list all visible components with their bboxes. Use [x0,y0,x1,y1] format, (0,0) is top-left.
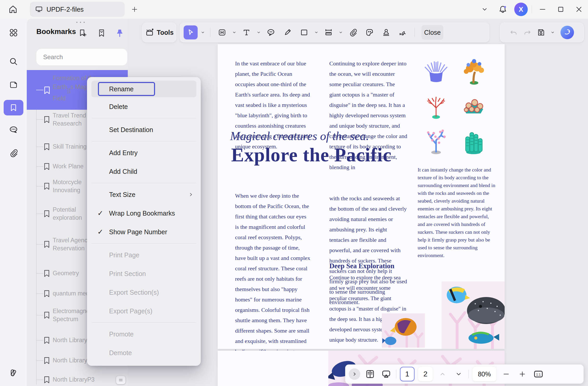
undo-button[interactable] [510,28,518,37]
bookmark-item[interactable]: Work Plane [36,162,83,170]
previous-page-button[interactable] [436,368,449,380]
comment-tool-button[interactable] [264,25,278,39]
zoom-in-button[interactable] [516,368,529,380]
collapse-toolbar-button[interactable] [476,0,494,19]
plus-icon [131,6,138,13]
zoom-level-button[interactable]: 80% [472,367,496,381]
sidebar-item-comments[interactable] [4,122,23,137]
tools-menu-button[interactable]: Tools [142,23,176,42]
account-button[interactable]: X [512,0,530,19]
submenu-chevron-right-icon [188,192,193,197]
shape-tool-button[interactable] [297,25,311,39]
menu-item-add-entry[interactable]: Add Entry [87,143,201,162]
menu-item-delete[interactable]: Delete [87,97,201,116]
zoom-out-button[interactable] [500,368,512,380]
menu-item-show-page-number[interactable]: ✓ Show Page Number [87,223,201,241]
new-tab-button[interactable] [130,5,139,14]
text-tool-button[interactable] [239,25,253,39]
page-number-fraction: 1619 [67,88,70,94]
text-icon [242,28,251,37]
document-title: Explore the Pacific [231,144,392,166]
page-button-1[interactable]: 1 [400,367,415,381]
bookmark-item-icon [44,86,50,94]
bookmark-item[interactable]: North Library [36,356,87,364]
page-layout-button[interactable] [364,368,376,380]
bookmark-item[interactable]: Skill Training [36,143,86,151]
highlight-tool-button[interactable] [215,25,229,39]
close-label: Close [424,29,441,36]
menu-item-demote: Demote [87,343,201,362]
close-window-button[interactable] [570,0,588,19]
bookmark-item[interactable]: ElectromagneticSpectrum [36,307,96,323]
save-button[interactable] [537,28,545,37]
tree-coral-image [457,56,490,86]
bookmark-item[interactable]: MotorcycleInnovating [36,178,82,194]
menu-item-add-child[interactable]: Add Child [87,162,201,181]
menu-item-text-size[interactable]: Text Size [87,185,201,204]
bookmark-item[interactable]: Potentialexploration [36,206,82,222]
menu-divider [92,243,196,244]
next-page-button[interactable] [452,368,465,380]
home-button[interactable] [6,2,20,17]
add-bookmark-button[interactable] [78,28,88,38]
shape-tool-dropdown[interactable] [314,25,319,39]
collapse-bar-button[interactable] [349,368,360,380]
pdf-page-1[interactable]: In the vast embrace of our blue planet, … [218,44,505,349]
highlight-tool-dropdown[interactable] [232,25,237,39]
pin-panel-button[interactable] [115,28,125,38]
document-subtitle: Magical creatures of the sea. [230,129,369,143]
sidebar-item-appearance[interactable] [4,365,23,381]
menu-item-set-destination[interactable]: Set Destination [87,120,201,139]
bell-icon [498,5,507,14]
ai-assistant-button[interactable] [560,25,574,40]
measure-tool-button[interactable] [322,25,336,39]
bookmark-item-icon [44,290,50,298]
text-tool-dropdown[interactable] [256,25,261,39]
chevron-down-icon [232,30,236,35]
pen-tool-button[interactable] [280,25,295,39]
actual-size-button[interactable]: 1:1 [532,368,545,380]
select-tool-dropdown[interactable] [200,25,205,39]
save-options-dropdown[interactable] [551,30,555,35]
chevron-down-icon [455,371,462,377]
attachment-tool-button[interactable] [346,25,360,39]
sticker-tool-button[interactable] [363,25,377,39]
sidebar-item-pages[interactable] [4,77,23,93]
page-button-2[interactable]: 2 [418,367,433,381]
bookmark-item[interactable]: North Library [36,336,87,344]
document-tab[interactable]: UPDF-2-files [30,2,125,17]
palette-swatches-icon [9,368,18,377]
search-input[interactable] [36,49,127,65]
minimize-icon [539,5,546,13]
panel-title: Bookmarks [36,27,76,36]
collapse-bookmarks-button[interactable] [96,28,107,38]
bookmark-chevron-icon [97,29,106,38]
bookmark-item[interactable]: Travel AgencyReservation [36,236,90,252]
sidebar-item-search[interactable] [4,54,23,69]
slideshow-button[interactable] [380,368,392,380]
panel-drag-handle-icon[interactable] [75,21,86,24]
bookmarks-scroll-indicator[interactable] [116,376,125,384]
bookmark-item[interactable]: Geometry [36,269,79,277]
sidebar-item-thumbnails[interactable] [4,25,23,40]
measure-tool-dropdown[interactable] [338,25,343,39]
chevron-down-icon [481,6,488,13]
signature-tool-button[interactable] [396,25,410,39]
bookmark-item[interactable]: North LibraryP3 [36,376,95,384]
sidebar-item-attachments[interactable] [4,145,23,161]
close-toolbar-button[interactable]: Close [422,25,443,40]
notifications-button[interactable] [494,0,512,19]
menu-item-wrap-long-bookmarks[interactable]: ✓ Wrap Long Bookmarks [87,204,201,223]
minimize-button[interactable] [533,0,552,19]
select-tool-button[interactable] [184,25,198,39]
reef-fish-photo-large [442,281,505,349]
menu-item-rename[interactable]: Rename [91,81,196,97]
comment-icon [9,125,18,134]
stamp-tool-button[interactable] [379,25,393,39]
chevron-up-icon [439,371,446,377]
bookmark-item[interactable]: Travel TrendReasearch [36,112,86,128]
branch-coral-image [420,125,452,155]
sidebar-item-bookmarks[interactable] [4,100,23,115]
redo-button[interactable] [523,28,531,37]
maximize-button[interactable] [552,0,570,19]
